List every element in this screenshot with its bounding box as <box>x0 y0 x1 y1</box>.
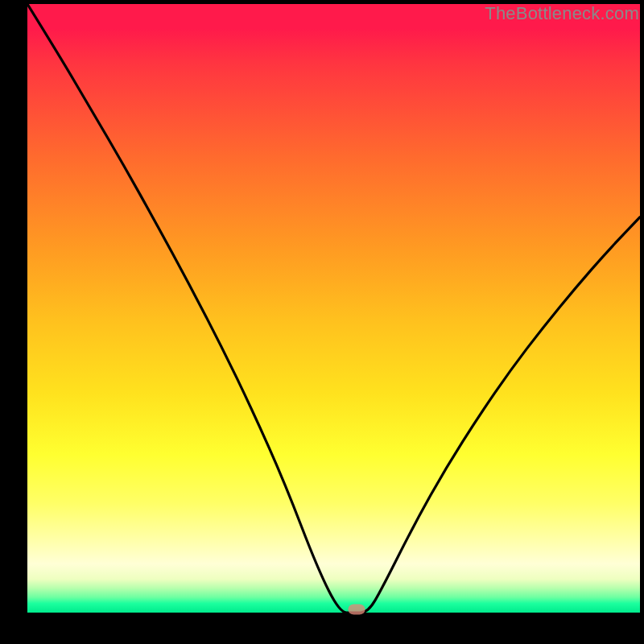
bottleneck-curve <box>27 4 640 613</box>
optimum-marker <box>348 605 365 615</box>
plot-area <box>27 4 640 613</box>
watermark-text: TheBottleneck.com <box>485 3 639 24</box>
chart-frame: TheBottleneck.com <box>0 0 644 644</box>
